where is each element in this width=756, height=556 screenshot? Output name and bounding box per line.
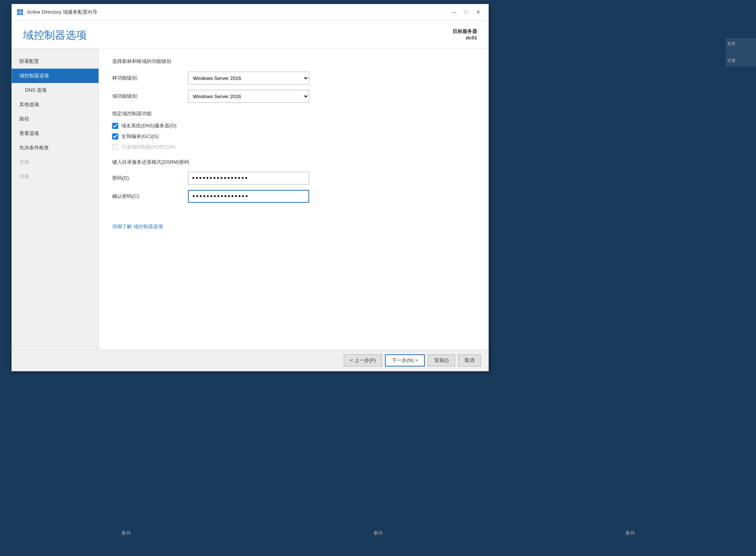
password-row: 密码(D): (112, 172, 475, 185)
cancel-button[interactable]: 取消 (458, 354, 481, 366)
sidebar-item-other-options[interactable]: 其他选项 (12, 97, 99, 112)
confirm-password-label: 确认密码(C): (112, 193, 188, 200)
bottom-section-1: 事件 (121, 530, 131, 537)
bottom-section-3: 事件 (625, 530, 635, 537)
svg-rect-2 (17, 13, 20, 15)
password-input[interactable] (188, 172, 309, 185)
checkbox-gc: 全局编录(GC)(G) (112, 133, 475, 140)
sidebar-item-dns-options[interactable]: DNS 选项 (12, 83, 99, 97)
gc-label: 全局编录(GC)(G) (121, 133, 159, 140)
forest-level-row: 林功能级别: Windows Server 2016 (112, 72, 475, 85)
dialog-window: Active Directory 域服务配置向导 — □ ✕ 域控制器选项 目标… (11, 4, 489, 371)
app-icon (16, 8, 24, 16)
title-controls: — □ ✕ (448, 7, 484, 17)
sidebar-item-prerequisites[interactable]: 先决条件检查 (12, 141, 99, 155)
password-label: 密码(D): (112, 175, 188, 182)
right-panel: 文件 可管 (726, 38, 756, 67)
rodc-checkbox (112, 144, 118, 150)
dc-function-title: 指定域控制器功能 (112, 110, 475, 117)
bottom-taskbar: 事件 事件 事件 (0, 511, 756, 556)
svg-rect-1 (20, 9, 23, 12)
dialog-footer: < 上一步(P) 下一步(N) > 安装(I) 取消 (12, 349, 488, 371)
confirm-password-row: 确认密码(C): (112, 190, 475, 203)
domain-level-label: 域功能级别: (112, 93, 188, 100)
sidebar-item-dc-options[interactable]: 域控制器选项 (12, 69, 99, 83)
dsrm-title: 键入目录服务还原模式(DSRM)密码 (112, 159, 475, 166)
sidebar-item-review-options[interactable]: 查看选项 (12, 126, 99, 141)
target-server-info: 目标服务器 dc01 (452, 28, 477, 41)
title-bar: Active Directory 域服务配置向导 — □ ✕ (12, 4, 488, 20)
sidebar: 部署配置 域控制器选项 DNS 选项 其他选项 路径 查看选项 先决条件检查 安… (12, 49, 99, 349)
gc-checkbox[interactable] (112, 133, 118, 139)
domain-level-row: 域功能级别: Windows Server 2016 (112, 90, 475, 103)
domain-level-dropdown[interactable]: Windows Server 2016 (188, 90, 309, 103)
title-bar-left: Active Directory 域服务配置向导 (16, 8, 97, 16)
minimize-button[interactable]: — (448, 7, 460, 17)
forest-level-label: 林功能级别: (112, 75, 188, 81)
svg-rect-3 (20, 13, 23, 15)
content-panel: 选择新林和根域的功能级别 林功能级别: Windows Server 2016 … (99, 49, 488, 349)
sidebar-item-deploy-config[interactable]: 部署配置 (12, 54, 99, 69)
next-button[interactable]: 下一步(N) > (385, 354, 424, 366)
sidebar-item-results: 结果 (12, 169, 99, 184)
rodc-label: 只读域控制器(RODC)(R) (121, 144, 175, 150)
target-server-label: 目标服务器 (452, 28, 477, 34)
back-button[interactable]: < 上一步(P) (344, 354, 382, 366)
close-button[interactable]: ✕ (473, 7, 484, 17)
dns-label: 域名系统(DNS)服务器(O) (121, 122, 177, 129)
svg-rect-0 (17, 9, 20, 12)
help-link[interactable]: 详细了解 域控制器选项 (112, 223, 163, 230)
forest-level-dropdown[interactable]: Windows Server 2016 (188, 72, 309, 85)
page-title: 域控制器选项 (23, 28, 87, 42)
window-title: Active Directory 域服务配置向导 (27, 9, 97, 16)
dns-checkbox[interactable] (112, 123, 118, 129)
dialog-content: 部署配置 域控制器选项 DNS 选项 其他选项 路径 查看选项 先决条件检查 安… (12, 49, 488, 349)
checkbox-rodc: 只读域控制器(RODC)(R) (112, 144, 475, 150)
sidebar-item-paths[interactable]: 路径 (12, 112, 99, 126)
checkbox-dns: 域名系统(DNS)服务器(O) (112, 122, 475, 129)
maximize-button[interactable]: □ (460, 7, 472, 17)
sidebar-item-install: 安装 (12, 155, 99, 169)
select-level-title: 选择新林和根域的功能级别 (112, 58, 475, 65)
install-button[interactable]: 安装(I) (428, 354, 455, 366)
bottom-section-2: 事件 (373, 530, 383, 537)
dialog-header: 域控制器选项 目标服务器 dc01 (12, 20, 488, 49)
confirm-password-input[interactable] (188, 190, 309, 203)
target-server-name: dc01 (452, 35, 477, 41)
